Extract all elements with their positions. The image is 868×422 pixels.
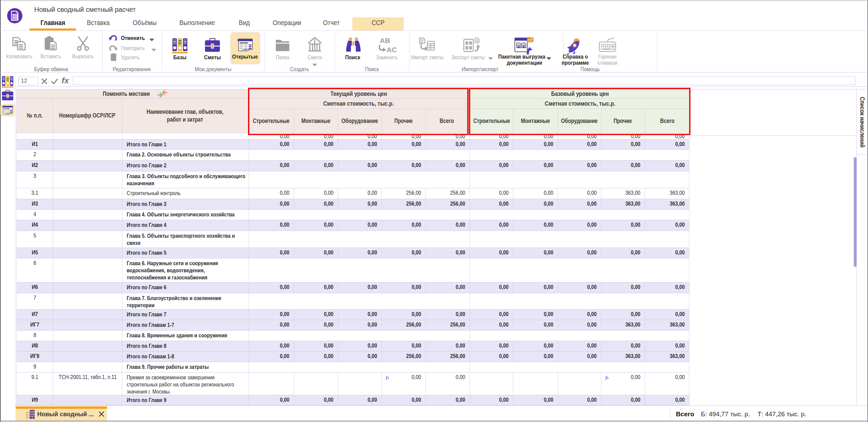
svg-text:AB: AB — [380, 37, 390, 44]
svg-text:AC: AC — [387, 46, 397, 54]
